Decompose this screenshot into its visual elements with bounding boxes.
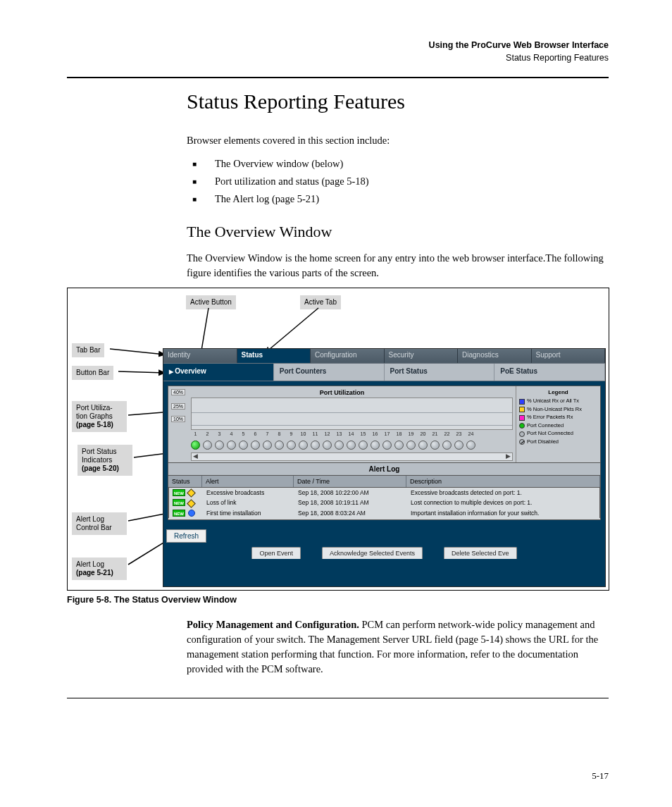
app-window: Identity Status Configuration Security D… <box>163 348 606 587</box>
port-indicator[interactable] <box>239 441 248 450</box>
callout-button-bar: Button Bar <box>72 366 113 380</box>
btn-port-counters[interactable]: Port Counters <box>274 364 385 381</box>
delete-button[interactable]: Delete Selected Eve <box>444 547 517 559</box>
port-indicator[interactable] <box>311 441 320 450</box>
alert-row[interactable]: NEWFirst time installationSep 18, 2008 8… <box>168 508 600 519</box>
port-number: 3 <box>215 431 224 436</box>
svg-line-3 <box>118 371 165 373</box>
port-indicator[interactable] <box>430 441 440 450</box>
policy-paragraph: Policy Management and Configuration. PCM… <box>187 617 609 677</box>
port-indicator[interactable] <box>335 441 344 450</box>
callout-active-tab: Active Tab <box>300 295 341 309</box>
legend-notconnected: Port Not Connected <box>519 430 597 438</box>
bullet-list: The Overview window (below) Port utiliza… <box>187 155 609 207</box>
port-indicator[interactable] <box>454 441 463 450</box>
legend-title: Legend <box>519 388 597 396</box>
legend-box: Legend % Unicast Rx or All Tx % Non-Unic… <box>516 386 600 462</box>
port-number: 8 <box>275 431 284 436</box>
btn-overview[interactable]: Overview <box>163 364 274 381</box>
acknowledge-button[interactable]: Acknowledge Selected Events <box>322 547 423 559</box>
overview-paragraph: The Overview Window is the home screen f… <box>187 251 609 281</box>
port-number: 22 <box>442 431 452 436</box>
port-indicator[interactable] <box>406 441 416 450</box>
port-indicator[interactable] <box>287 441 296 450</box>
port-number: 18 <box>394 431 404 436</box>
port-indicator[interactable] <box>382 441 392 450</box>
port-indicator[interactable] <box>203 441 212 450</box>
scale-10: 10% <box>171 416 185 422</box>
port-number: 1 <box>191 431 200 436</box>
alert-log-body: NEWExcessive broadcastsSep 18, 2008 10:2… <box>168 488 601 520</box>
bullet-item: Port utilization and status (page 5-18) <box>202 173 609 190</box>
port-indicator[interactable] <box>359 441 368 450</box>
svg-line-1 <box>265 308 318 353</box>
port-indicator[interactable] <box>191 441 200 450</box>
port-indicator[interactable] <box>215 441 224 450</box>
alert-row[interactable]: NEWLoss of linkSep 18, 2008 10:19:11 AML… <box>168 498 600 507</box>
tab-identity[interactable]: Identity <box>163 349 237 363</box>
alert-datetime-cell: Sep 18, 2008 10:22:00 AM <box>294 488 407 498</box>
button-bar: Overview Port Counters Port Status PoE S… <box>163 363 605 381</box>
alert-status-cell: NEW <box>169 508 203 519</box>
port-indicator[interactable] <box>394 441 404 450</box>
port-number: 12 <box>323 431 332 436</box>
col-description[interactable]: Description <box>406 476 600 487</box>
tab-support[interactable]: Support <box>532 349 606 363</box>
tab-configuration[interactable]: Configuration <box>311 349 385 363</box>
tab-diagnostics[interactable]: Diagnostics <box>458 349 532 363</box>
subheading: The Overview Window <box>187 223 609 241</box>
utilization-graph <box>191 398 513 430</box>
port-number: 9 <box>287 431 296 436</box>
bullet-item: The Overview window (below) <box>202 155 609 173</box>
port-indicator[interactable] <box>347 441 356 450</box>
port-indicator[interactable] <box>323 441 332 450</box>
port-indicator[interactable] <box>299 441 308 450</box>
rule-heavy <box>67 77 609 78</box>
port-utilization-title: Port Utilization <box>171 389 513 396</box>
alert-desc-cell: Excessive broadcasts detected on port: 1… <box>407 488 599 498</box>
running-head-title: Using the ProCurve Web Browser Interface <box>67 39 609 51</box>
port-number-row: 123456789101112131415161718192021222324 <box>191 431 513 436</box>
refresh-button[interactable]: Refresh <box>166 529 206 543</box>
tab-security[interactable]: Security <box>385 349 459 363</box>
port-number: 15 <box>359 431 368 436</box>
alert-datetime-cell: Sep 18, 2008 10:19:11 AM <box>294 498 407 507</box>
running-head: Using the ProCurve Web Browser Interface… <box>67 39 609 64</box>
alert-action-row: Open Event Acknowledge Selected Events D… <box>163 544 605 559</box>
port-scrollbar[interactable] <box>191 452 513 461</box>
alert-status-cell: NEW <box>169 488 203 498</box>
alert-name-cell: Loss of link <box>203 498 294 507</box>
port-number: 5 <box>239 431 248 436</box>
open-event-button[interactable]: Open Event <box>251 547 301 559</box>
port-indicator-row <box>191 441 513 450</box>
legend-unicast: % Unicast Rx or All Tx <box>519 398 597 405</box>
port-indicator[interactable] <box>442 441 452 450</box>
port-number: 13 <box>335 431 344 436</box>
callout-tab-bar: Tab Bar <box>72 343 104 357</box>
port-indicator[interactable] <box>466 441 475 450</box>
callout-alert-bar: Alert Log Control Bar <box>72 512 127 535</box>
port-indicator[interactable] <box>227 441 236 450</box>
port-indicator[interactable] <box>371 441 380 450</box>
tab-status[interactable]: Status <box>237 349 311 363</box>
port-number: 20 <box>418 431 428 436</box>
alert-name-cell: First time installation <box>203 508 294 519</box>
figure-caption: Figure 5-8. The Status Overview Window <box>67 595 609 605</box>
port-indicator[interactable] <box>263 441 272 450</box>
rule-light <box>67 698 609 698</box>
port-number: 2 <box>203 431 212 436</box>
alert-row[interactable]: NEWExcessive broadcastsSep 18, 2008 10:2… <box>168 488 600 498</box>
btn-port-status[interactable]: Port Status <box>385 364 495 381</box>
page-title: Status Reporting Features <box>187 90 609 113</box>
col-alert[interactable]: Alert <box>202 476 294 487</box>
port-indicator[interactable] <box>275 441 284 450</box>
port-indicator[interactable] <box>418 441 428 450</box>
port-number: 4 <box>227 431 236 436</box>
callout-alert-log: Alert Log (page 5-21) <box>72 557 127 580</box>
col-datetime[interactable]: Date / Time <box>294 476 406 487</box>
port-indicator[interactable] <box>251 441 260 450</box>
scale-25: 25% <box>171 403 185 409</box>
port-number: 21 <box>430 431 440 436</box>
btn-poe-status[interactable]: PoE Status <box>494 364 605 381</box>
col-status[interactable]: Status <box>168 476 202 487</box>
